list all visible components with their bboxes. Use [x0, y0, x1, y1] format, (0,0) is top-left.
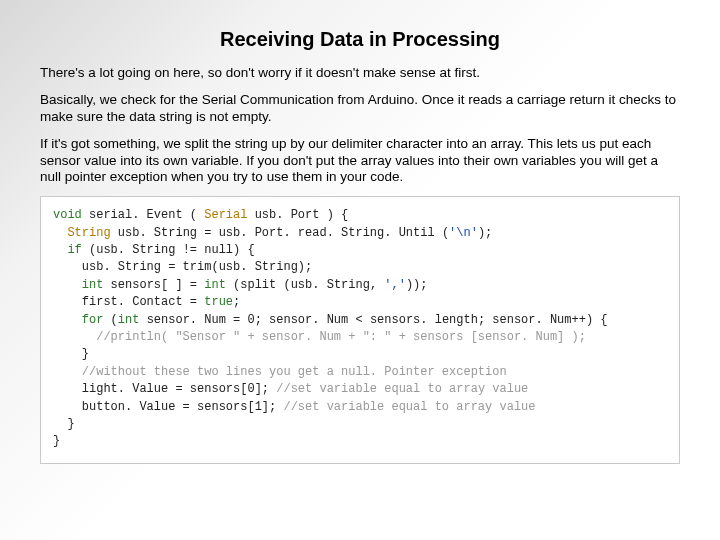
code-text: } — [53, 434, 60, 448]
code-text: sensors[ ] = — [103, 278, 204, 292]
code-text: )); — [406, 278, 428, 292]
code-text: first. Contact = — [53, 295, 204, 309]
code-keyword: void — [53, 208, 82, 222]
code-text: } — [53, 417, 75, 431]
code-block: void serial. Event ( Serial usb. Port ) … — [40, 196, 680, 463]
paragraph-2: Basically, we check for the Serial Commu… — [40, 92, 680, 126]
code-text: ; — [233, 295, 240, 309]
code-keyword: int — [204, 278, 226, 292]
code-keyword: int — [82, 278, 104, 292]
paragraph-3: If it's got something, we split the stri… — [40, 136, 680, 187]
slide-title: Receiving Data in Processing — [40, 28, 680, 51]
code-type: Serial — [204, 208, 247, 222]
code-comment: //set variable equal to array value — [276, 382, 528, 396]
code-literal: '\n' — [449, 226, 478, 240]
code-comment: //println( "Sensor " + sensor. Num + ": … — [53, 330, 586, 344]
code-type: String — [67, 226, 110, 240]
code-text: serial. Event ( — [82, 208, 204, 222]
code-text: button. Value = sensors[1]; — [53, 400, 283, 414]
code-text: sensor. Num = 0; sensor. Num < sensors. … — [139, 313, 607, 327]
code-text: light. Value = sensors[0]; — [53, 382, 276, 396]
code-text: (usb. String != null) { — [82, 243, 255, 257]
code-text: ( — [103, 313, 117, 327]
code-keyword: int — [118, 313, 140, 327]
code-comment: //without these two lines you get a null… — [53, 365, 507, 379]
code-keyword: true — [204, 295, 233, 309]
code-text: } — [53, 347, 89, 361]
code-text: usb. String = trim(usb. String); — [53, 260, 312, 274]
paragraph-1: There's a lot going on here, so don't wo… — [40, 65, 680, 82]
code-text: (split (usb. String, — [226, 278, 384, 292]
code-comment: //set variable equal to array value — [283, 400, 535, 414]
slide: Receiving Data in Processing There's a l… — [0, 0, 720, 474]
code-text: usb. Port ) { — [247, 208, 348, 222]
code-literal: ',' — [384, 278, 406, 292]
code-text: ); — [478, 226, 492, 240]
code-keyword: if — [67, 243, 81, 257]
code-text: usb. String = usb. Port. read. String. U… — [111, 226, 449, 240]
code-keyword: for — [82, 313, 104, 327]
